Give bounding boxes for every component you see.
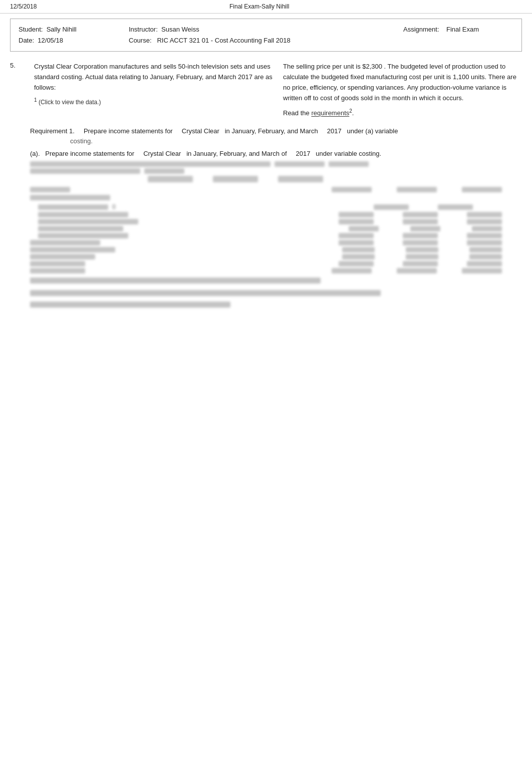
req-end: under (a) variable [347, 127, 398, 135]
read-requirements-line: Read the requirements2. [283, 107, 522, 119]
req-company: Crystal Clear [182, 127, 219, 135]
req-rest: in January, February, and March [225, 127, 318, 135]
req-text: Prepare income statements for [84, 127, 173, 135]
total-fixed-row [30, 261, 502, 267]
req-sup: 2 [349, 108, 352, 114]
footnote-text[interactable]: (Click to view the data.) [39, 99, 101, 106]
instructor-name: Susan Weiss [161, 26, 199, 33]
fixed-mktg-row [30, 254, 502, 259]
question-block: 5. Crystal Clear Corporation manufacture… [10, 62, 522, 119]
read-label: Read the [283, 110, 310, 117]
bottom-note-b [30, 278, 502, 285]
top-title: Final Exam-Sally Nihill [229, 3, 289, 10]
sub-text: Prepare income statements for [45, 150, 134, 157]
instructor-line: Instructor: Susan Weiss [129, 24, 383, 35]
student-line: Student: Sally Nihill [19, 24, 109, 35]
student-label: Student: [19, 26, 43, 33]
income-statement-section: 0 [30, 161, 502, 274]
var-mfg-row [30, 212, 502, 217]
sub-company: Crystal Clear [143, 150, 181, 157]
req-label: Requirement 1. [30, 127, 75, 135]
col1-header [145, 176, 195, 184]
contrib-margin-row [30, 240, 502, 245]
header-course-info: Instructor: Susan Weiss Course: RIC ACCT… [129, 24, 383, 46]
sub-year: 2017 [296, 150, 311, 157]
requirements-link[interactable]: requirements [311, 110, 349, 117]
header-box: Student: Sally Nihill Date: 12/05/18 Ins… [10, 19, 522, 52]
vcogs-header [30, 194, 502, 202]
top-bar: 12/5/2018 Final Exam-Sally Nihill [0, 0, 532, 14]
instructor-label: Instructor: [129, 26, 158, 33]
question-right-text: The selling price per unit is $2,300 . T… [283, 62, 522, 103]
sub-rest: in January, February, and March of [186, 150, 287, 157]
table-col-headers [30, 176, 502, 184]
date-value: 12/05/18 [38, 37, 63, 44]
question-number: 5. [10, 62, 24, 119]
page: 12/5/2018 Final Exam-Sally Nihill Studen… [0, 0, 532, 782]
deduct-ending-row [30, 226, 502, 231]
header-student-info: Student: Sally Nihill Date: 12/05/18 [19, 24, 109, 46]
vcogs-total-row [30, 233, 502, 238]
footnote-sup: 1 [34, 97, 37, 103]
assignment-value: Final Exam [446, 26, 479, 33]
requirement-line: Requirement 1. Prepare income statements… [30, 126, 522, 147]
col3-header [276, 176, 326, 184]
sub-end: under variable costing. [316, 150, 381, 157]
assignment-line: Assignment: Final Exam [403, 24, 513, 35]
course-value: RIC ACCT 321 01 - Cost Accounting Fall 2… [157, 37, 290, 44]
revenue-row [30, 186, 502, 193]
fixed-mfg-row [30, 247, 502, 252]
col2-header [210, 176, 260, 184]
operating-income-row [30, 268, 502, 274]
table-desc-row [30, 161, 502, 174]
top-date: 12/5/2018 [10, 3, 37, 10]
sub-label: (a). [30, 150, 40, 157]
header-assignment: Assignment: Final Exam [403, 24, 513, 35]
assignment-label: Assignment: [403, 26, 439, 33]
beginning-inv-row: 0 [30, 203, 502, 210]
coga-row [30, 219, 502, 224]
bottom-note-2 [30, 289, 502, 310]
question-right: The selling price per unit is $2,300 . T… [283, 62, 522, 119]
date-label: Date: [19, 37, 34, 44]
req-year: 2017 [327, 127, 342, 135]
question-left: Crystal Clear Corporation manufactures a… [34, 62, 273, 119]
sub-requirement-line: (a). Prepare income statements for Cryst… [30, 150, 522, 157]
student-name: Sally Nihill [47, 26, 77, 33]
course-label: Course: [129, 37, 152, 44]
date-line: Date: 12/05/18 [19, 35, 109, 46]
main-content: 5. Crystal Clear Corporation manufacture… [0, 57, 532, 315]
footnote-line: 1 (Click to view the data.) [34, 96, 273, 107]
course-line: Course: RIC ACCT 321 01 - Cost Accountin… [129, 35, 383, 46]
question-left-text: Crystal Clear Corporation manufactures a… [34, 62, 273, 93]
